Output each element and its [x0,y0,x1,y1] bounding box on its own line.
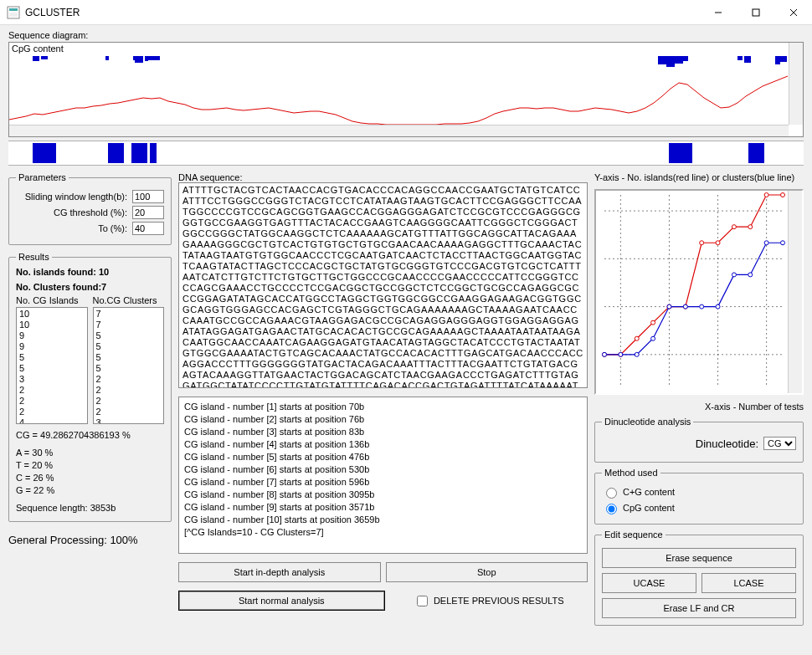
minimize-button[interactable] [699,0,737,25]
islands-listbox[interactable]: 10109955322244 [16,307,88,424]
list-item[interactable]: 9 [19,341,85,352]
list-item[interactable]: 2 [19,407,85,417]
erase-lfcr-button[interactable]: Erase LF and CR [602,598,796,618]
list-item[interactable]: 10 [19,320,85,330]
method-legend: Method used [602,468,660,478]
lcase-button[interactable]: LCASE [702,573,796,593]
list-item[interactable]: 3 [19,374,85,385]
svg-point-43 [619,352,623,356]
islands-list-header: No. CG Islands [16,295,88,305]
app-icon [7,6,20,19]
cg-content-radio[interactable] [606,488,617,499]
list-item[interactable]: 7 [96,309,162,320]
list-item[interactable]: 9 [19,330,85,341]
list-item[interactable]: 4 [19,417,85,424]
seq-diagram-vscrollbar[interactable] [789,43,803,125]
cpg-content-radio[interactable] [606,504,617,514]
list-item[interactable]: 7 [96,320,162,330]
svg-rect-17 [683,56,688,61]
cpg-content-label: CpG content [623,503,675,513]
seq-diagram-hscrollbar[interactable] [9,125,789,136]
delete-previous-checkbox[interactable] [417,596,428,606]
cluster-track[interactable] [8,141,804,166]
list-item[interactable]: 5 [96,341,162,352]
results-log[interactable]: CG island - number [1] starts at positio… [178,397,588,554]
log-line: CG island - number [8] starts at positio… [184,489,582,501]
list-item[interactable]: 2 [19,396,85,407]
svg-rect-21 [780,56,787,62]
svg-rect-19 [744,56,751,63]
islands-found: No. islands found: 10 [16,267,164,277]
start-indepth-button[interactable]: Start in-depth analysis [178,562,381,582]
svg-rect-14 [658,56,666,64]
list-item[interactable]: 2 [96,396,162,407]
list-item[interactable]: 10 [19,309,85,320]
log-line: CG island - number [10] starts at positi… [184,514,582,526]
sequence-diagram-label: Sequence diagram: [8,30,804,40]
erase-sequence-button[interactable]: Erase sequence [602,548,796,568]
delete-previous-label: DELETE PREVIOUS RESULTS [434,596,564,606]
dna-sequence-label: DNA sequence: [178,172,588,182]
dinucleotide-group: Dinucleotide analysis Dinucleotide: CG [594,417,804,463]
list-item[interactable]: 5 [96,363,162,374]
chart-vscrollbar[interactable] [788,191,802,393]
list-item[interactable]: 2 [19,385,85,396]
svg-point-37 [716,241,720,245]
svg-point-51 [748,273,753,277]
edit-sequence-group: Edit sequence Erase sequence UCASE LCASE… [594,530,804,626]
svg-point-41 [781,193,785,197]
svg-point-47 [683,304,687,309]
chart-x-label: X-axis - Number of tests [594,402,804,412]
list-item[interactable]: 5 [19,352,85,363]
parameters-group: Parameters Sliding window length(b): CG … [8,172,172,245]
t-percent: T = 20 % [16,459,164,472]
cluster-band [748,143,764,163]
list-item[interactable]: 5 [19,363,85,374]
to-input[interactable] [132,222,164,235]
sequence-length: Sequence length: 3853b [16,502,164,514]
svg-point-46 [667,304,671,309]
svg-rect-4 [753,9,759,16]
sliding-window-input[interactable] [132,190,164,203]
ucase-button[interactable]: UCASE [602,573,696,593]
clusters-listbox[interactable]: 775555222233 [93,307,165,424]
list-item[interactable]: 3 [96,417,162,424]
svg-point-44 [635,352,639,356]
cg-threshold-input[interactable] [132,206,164,219]
log-line: CG island - number [3] starts at positio… [184,426,582,438]
svg-rect-15 [666,56,675,67]
svg-point-53 [781,241,785,245]
list-item[interactable]: 2 [96,374,162,385]
parameters-legend: Parameters [16,172,69,182]
results-group: Results No. islands found: 10 No. Cluste… [8,252,172,522]
start-normal-button[interactable]: Start normal analysis [178,591,385,611]
c-percent: C = 26 % [16,472,164,484]
svg-rect-7 [33,56,39,61]
cg-content-label: C+G content [623,487,675,497]
svg-point-50 [732,273,736,277]
svg-rect-20 [775,56,780,64]
log-line: CG island - number [1] starts at positio… [184,401,582,413]
clusters-list-header: No.CG Clusters [93,295,165,305]
svg-point-39 [748,225,753,229]
svg-point-40 [764,193,768,197]
sequence-diagram[interactable]: CpG content [8,42,804,137]
titlebar: GCLUSTER [0,0,812,25]
svg-rect-13 [148,56,160,60]
dna-sequence-textarea[interactable]: ATTTTGCTACGTCACTAACCACGTGACACCCACAGGCCAA… [178,182,588,388]
svg-point-48 [700,304,704,309]
dinucleotide-select[interactable]: CG [763,437,796,450]
stop-button[interactable]: Stop [386,562,588,582]
list-item[interactable]: 5 [96,330,162,341]
list-item[interactable]: 2 [96,407,162,417]
list-item[interactable]: 2 [96,385,162,396]
list-item[interactable]: 5 [96,352,162,363]
to-label: To (%): [98,223,127,233]
svg-rect-8 [41,56,48,59]
close-button[interactable] [774,0,812,25]
maximize-button[interactable] [737,0,774,25]
svg-rect-11 [135,56,143,63]
svg-rect-12 [145,56,148,61]
method-group: Method used C+G content CpG content [594,468,804,525]
results-chart[interactable] [594,189,804,395]
